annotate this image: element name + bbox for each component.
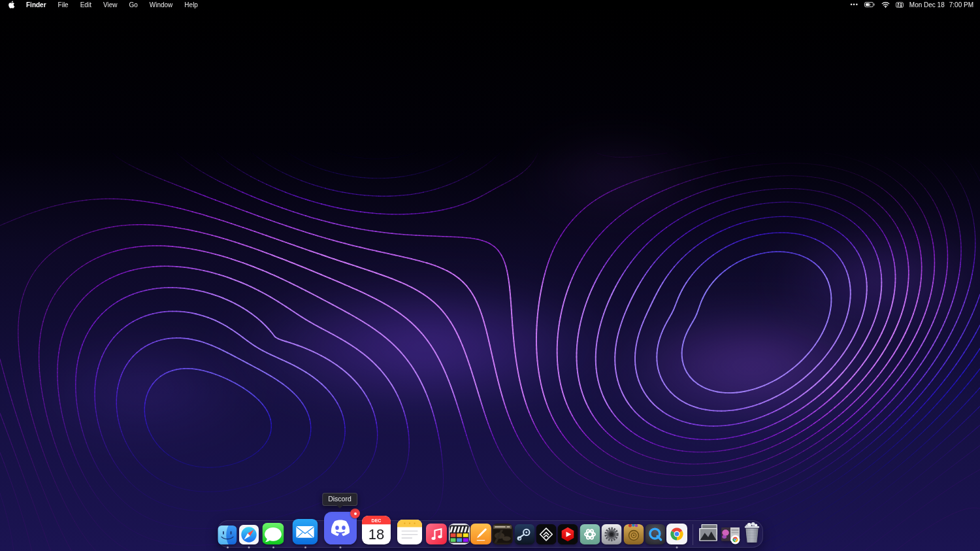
menu-item-view[interactable]: View xyxy=(97,1,123,8)
menu-bar: FinderFileEditViewGoWindowHelp ••• xyxy=(0,0,980,9)
clock-time: 7:00 PM xyxy=(949,1,973,8)
dock-item-settings[interactable] xyxy=(602,524,622,544)
dock-item-pages[interactable] xyxy=(470,524,491,544)
control-center-icon[interactable] xyxy=(896,2,904,8)
calendar-month: DEC xyxy=(372,518,382,523)
dock-item-chrome[interactable] xyxy=(666,524,687,544)
running-indicator xyxy=(272,546,274,548)
dock-item-notes[interactable] xyxy=(397,520,422,544)
dock-item-game[interactable] xyxy=(492,524,513,544)
menu-bar-items: FinderFileEditViewGoWindowHelp xyxy=(20,1,204,8)
menu-item-edit[interactable]: Edit xyxy=(74,1,97,8)
dock-item-finder[interactable] xyxy=(218,526,237,544)
dock-item-win1[interactable] xyxy=(698,523,719,544)
dock-item-trash[interactable] xyxy=(741,522,764,544)
dock-tooltip: Discord xyxy=(322,493,357,506)
dock-item-safari[interactable] xyxy=(239,525,259,544)
apple-menu[interactable] xyxy=(8,1,15,8)
menu-item-finder[interactable]: Finder xyxy=(20,1,52,8)
menu-item-file[interactable]: File xyxy=(52,1,74,8)
running-indicator xyxy=(248,546,250,548)
menu-item-help[interactable]: Help xyxy=(178,1,204,8)
clock-date: Mon Dec 18 xyxy=(909,1,945,8)
menu-bar-clock[interactable]: Mon Dec 18 7:00 PM xyxy=(909,1,973,8)
dock-item-emblem[interactable] xyxy=(536,524,557,544)
dock-divider xyxy=(693,524,693,545)
dock-item-discord[interactable] xyxy=(324,512,357,544)
dock-item-mail[interactable] xyxy=(293,519,318,544)
dock-item-ytstudio[interactable] xyxy=(558,524,578,544)
dock-item-win2[interactable] xyxy=(721,524,741,544)
desktop-wallpaper[interactable] xyxy=(0,0,980,551)
status-overflow-button[interactable]: ••• xyxy=(850,1,858,8)
dock-item-messages[interactable] xyxy=(263,523,284,544)
menu-item-window[interactable]: Window xyxy=(144,1,179,8)
notification-badge xyxy=(350,509,360,518)
dock-item-steam[interactable] xyxy=(515,524,535,544)
dock-item-music[interactable] xyxy=(426,524,447,544)
calendar-day: 18 xyxy=(368,526,384,543)
battery-charging-icon[interactable] xyxy=(864,2,875,7)
dock-item-gold[interactable] xyxy=(624,524,644,544)
dock-item-quicktime[interactable] xyxy=(645,524,666,544)
apple-icon xyxy=(8,1,15,8)
running-indicator xyxy=(676,546,678,548)
running-indicator xyxy=(227,546,229,548)
menu-item-go[interactable]: Go xyxy=(123,1,143,8)
menu-bar-left: FinderFileEditViewGoWindowHelp xyxy=(0,1,204,8)
menu-bar-status: ••• xyxy=(850,1,980,8)
dock-item-imovie[interactable] xyxy=(449,524,470,544)
dock-item-calendar[interactable]: DEC 18 xyxy=(362,516,391,544)
running-indicator xyxy=(340,546,342,548)
dock-item-chatgpt[interactable] xyxy=(580,524,600,544)
wifi-icon[interactable] xyxy=(881,1,890,8)
macos-desktop: { "theme": { "wallpaper_accent": "#7b3ff… xyxy=(0,0,980,551)
running-indicator xyxy=(304,546,306,548)
